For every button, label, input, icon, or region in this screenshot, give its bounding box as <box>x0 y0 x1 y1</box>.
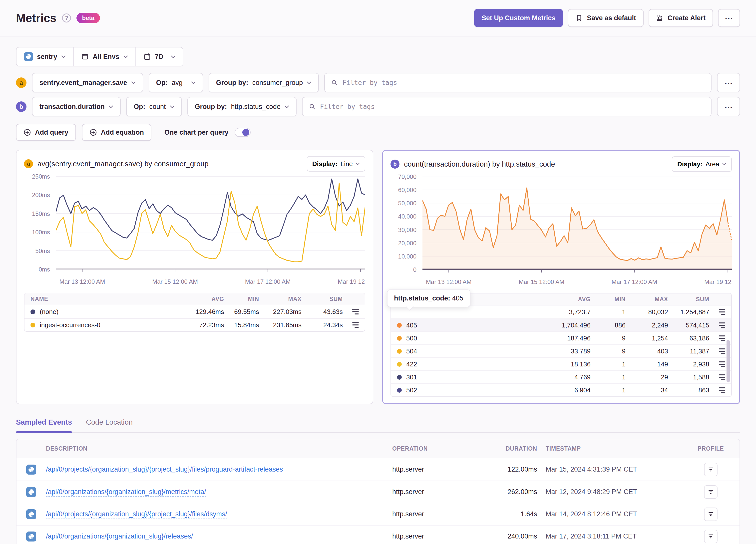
summary-table-row[interactable]: 42218.13611492,938 <box>391 357 731 370</box>
chart-title-a: avg(sentry.event_manager.save) by consum… <box>37 160 209 168</box>
series-name: 502 <box>406 386 417 394</box>
stat-avg: 4.769 <box>547 373 591 381</box>
event-row: /api/0/organizations/{organization_slug}… <box>16 525 740 544</box>
series-name: (none) <box>40 308 58 316</box>
row-options-icon[interactable] <box>351 309 359 314</box>
tab-code-location[interactable]: Code Location <box>86 418 133 432</box>
stat-sum: 63,186 <box>668 334 709 342</box>
display-select-b[interactable]: Display: Area <box>672 156 732 172</box>
event-duration: 262.00ms <box>475 488 537 496</box>
summary-table-row[interactable]: 500187.49691,25463,186 <box>391 331 731 344</box>
siren-icon <box>656 14 664 22</box>
row-options-icon[interactable] <box>718 387 725 393</box>
page-title: Metrics <box>16 11 56 25</box>
stat-sum: 863 <box>668 386 709 394</box>
tab-sampled-events[interactable]: Sampled Events <box>16 418 72 432</box>
x-axis-label: Mar 13 12:00 AM <box>426 278 472 285</box>
row-options-icon[interactable] <box>718 348 725 354</box>
summary-table-row[interactable]: 4051,704.4968862,249574,415 <box>391 318 731 331</box>
add-equation-button[interactable]: Add equation <box>82 124 151 141</box>
event-duration: 122.00ms <box>475 466 537 473</box>
python-icon <box>26 509 36 519</box>
more-actions-button[interactable]: … <box>718 9 740 27</box>
chevron-down-icon <box>170 105 174 108</box>
group-by-select-b[interactable]: Group by:http.status_code <box>187 97 297 116</box>
row-options-icon[interactable] <box>718 322 725 328</box>
query-more-button-a[interactable]: … <box>717 73 740 92</box>
stat-avg: 129.46ms <box>180 308 224 316</box>
project-filter[interactable]: sentry <box>16 47 73 66</box>
row-options-icon[interactable] <box>718 361 725 367</box>
chart-summary-table-b: NAMEAVGMINMAXSUM 3,723.7180,0321,254,887… <box>390 293 732 397</box>
column-header: SUM <box>302 296 343 302</box>
environment-filter[interactable]: All Envs <box>73 47 135 66</box>
stat-sum: 24.34s <box>302 321 343 329</box>
chart-panel-a[interactable]: a avg(sentry.event_manager.save) by cons… <box>16 150 373 404</box>
event-description-link[interactable]: /api/0/projects/{organization_slug}/{pro… <box>46 510 227 519</box>
y-axis-label: 20,000 <box>398 240 416 247</box>
op-select-a[interactable]: Op:avg <box>149 73 203 92</box>
save-as-default-button[interactable]: Save as default <box>568 9 644 27</box>
summary-table-row[interactable]: ingest-occurrences-072.23ms15.84ms231.85… <box>24 318 365 331</box>
stat-sum: 1,254,887 <box>668 308 709 316</box>
profile-icon <box>708 511 714 518</box>
tag-filter-input-b[interactable] <box>320 103 705 110</box>
y-axis-label: 50ms <box>35 248 50 255</box>
chevron-down-icon <box>285 105 289 108</box>
window-icon <box>81 53 89 60</box>
series-color-dot <box>30 323 35 327</box>
column-header: MAX <box>626 296 668 303</box>
row-options-icon[interactable] <box>718 374 725 380</box>
stat-sum: 11,387 <box>668 347 709 355</box>
display-select-a[interactable]: Display: Line <box>307 156 365 172</box>
metric-select-a[interactable]: sentry.event_manager.save <box>32 73 143 92</box>
line-chart-a[interactable]: 0ms50ms100ms150ms200ms250ms Mar 13 12:00… <box>24 176 365 288</box>
area-chart-b[interactable]: 010,00020,00030,00040,00050,00060,00070,… <box>390 177 732 288</box>
event-description-link[interactable]: /api/0/organizations/{organization_slug}… <box>46 533 193 541</box>
event-timestamp: Mar 14, 2024 8:12:46 PM CET <box>537 510 682 518</box>
table-scrollbar-thumb[interactable] <box>727 340 730 382</box>
event-duration: 240.00ms <box>475 533 537 540</box>
sampled-events-table: DESCRIPTION OPERATION DURATION TIMESTAMP… <box>16 439 740 544</box>
metric-select-b[interactable]: transaction.duration <box>32 97 121 116</box>
chart-panel-b[interactable]: b count(transaction.duration) by http.st… <box>382 150 740 404</box>
row-options-icon[interactable] <box>718 309 725 315</box>
tag-filter-field-b[interactable] <box>302 97 712 116</box>
tag-filter-input-a[interactable] <box>342 79 705 86</box>
setup-custom-metrics-button[interactable]: Set Up Custom Metrics <box>474 9 563 27</box>
group-by-select-a[interactable]: Group by:consumer_group <box>209 73 319 92</box>
help-icon[interactable]: ? <box>62 13 71 22</box>
event-operation: http.server <box>392 510 475 518</box>
profile-button[interactable] <box>704 508 718 521</box>
python-icon <box>26 487 36 497</box>
row-options-icon[interactable] <box>718 335 725 341</box>
profile-button[interactable] <box>704 463 718 476</box>
series-name: 422 <box>406 360 417 368</box>
column-header: MAX <box>259 296 302 302</box>
summary-table-row[interactable]: (none)129.46ms69.55ms227.03ms43.63s <box>24 305 365 318</box>
beta-badge: beta <box>76 13 100 23</box>
event-description-link[interactable]: /api/0/projects/{organization_slug}/{pro… <box>46 466 283 474</box>
summary-table-row[interactable]: 3014.7691291,588 <box>391 370 731 383</box>
column-header: AVG <box>547 296 591 303</box>
search-icon <box>331 79 338 86</box>
profile-button[interactable] <box>704 485 718 499</box>
op-select-b[interactable]: Op:count <box>126 97 182 116</box>
profile-button[interactable] <box>704 530 718 543</box>
tag-filter-field-a[interactable] <box>324 73 712 92</box>
date-range-filter[interactable]: 7D <box>135 47 183 66</box>
create-alert-button[interactable]: Create Alert <box>649 9 713 27</box>
stat-sum: 43.63s <box>302 308 343 316</box>
query-more-button-b[interactable]: … <box>717 97 740 116</box>
row-options-icon[interactable] <box>351 322 359 328</box>
summary-table-row[interactable]: 5026.904134863 <box>391 383 731 396</box>
add-query-button[interactable]: Add query <box>16 124 76 141</box>
x-axis-label: Mar 17 12:00 AM <box>612 278 657 285</box>
column-header: AVG <box>180 296 224 302</box>
summary-table-row[interactable]: 50433.789940311,387 <box>391 344 731 357</box>
one-chart-per-query-toggle[interactable] <box>235 128 251 137</box>
y-axis-label: 0ms <box>39 266 50 273</box>
event-description-link[interactable]: /api/0/organizations/{organization_slug}… <box>46 488 206 497</box>
summary-table-row[interactable]: 3,723.7180,0321,254,887 <box>391 305 731 318</box>
charts-section: a avg(sentry.event_manager.save) by cons… <box>16 150 740 404</box>
